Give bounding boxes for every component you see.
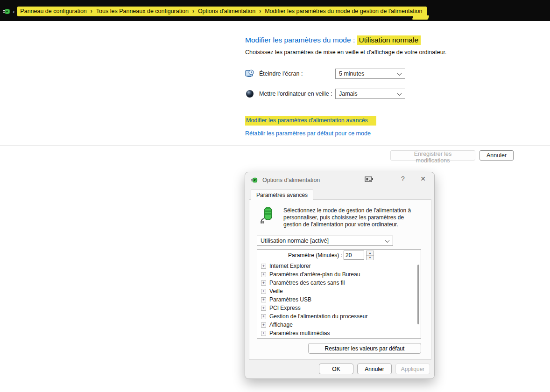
- turn-off-display-label: Éteindre l'écran :: [259, 70, 335, 77]
- minutes-stepper: ▲ ▼: [366, 251, 374, 260]
- expand-plus-icon[interactable]: +: [261, 297, 266, 302]
- expand-plus-icon[interactable]: +: [261, 306, 266, 311]
- advanced-power-settings-link[interactable]: Modifier les paramètres d'alimentation a…: [245, 116, 376, 126]
- turn-off-display-select[interactable]: 5 minutes: [335, 69, 405, 79]
- expand-plus-icon[interactable]: +: [261, 322, 266, 328]
- page-divider: [0, 145, 550, 146]
- sleep-select[interactable]: Jamais: [335, 89, 405, 99]
- cancel-button[interactable]: Annuler: [479, 150, 514, 161]
- tree-item-label: Affichage: [269, 322, 293, 328]
- battery-plug-icon: [260, 206, 275, 224]
- expand-plus-icon[interactable]: +: [261, 272, 266, 277]
- page-title-text: Modifier les paramètres du mode: [245, 36, 351, 44]
- turn-off-display-value: 5 minutes: [339, 70, 364, 77]
- page-subtitle: Choisissez les paramètres de mise en vei…: [245, 49, 447, 56]
- tree-item-wireless-adapters[interactable]: + Paramètres des cartes sans fil: [257, 279, 421, 287]
- sleep-value: Jamais: [339, 91, 358, 97]
- breadcrumb-item-power-options[interactable]: Options d'alimentation: [198, 8, 255, 14]
- breadcrumb-item-control-panel[interactable]: Panneau de configuration: [20, 8, 86, 14]
- ok-button[interactable]: OK: [319, 364, 353, 374]
- tree-item-pci-express[interactable]: + PCI Express: [257, 304, 421, 312]
- dialog-footer: OK Annuler Appliquer: [245, 364, 434, 374]
- settings-tree: + Internet Explorer + Paramètres d'arriè…: [257, 262, 421, 337]
- chevron-down-icon: [397, 71, 402, 76]
- plan-select-value: Utilisation normale [activé]: [261, 238, 329, 244]
- screen-clock-icon: [245, 69, 254, 78]
- breadcrumb-bar: › Panneau de configuration › Tous les Pa…: [0, 0, 550, 21]
- dialog-title: Options d'alimentation: [262, 177, 320, 183]
- tree-item-label: Gestion de l'alimentation du processeur: [269, 313, 367, 320]
- expand-plus-icon[interactable]: +: [261, 264, 266, 269]
- dialog-cancel-button[interactable]: Annuler: [357, 364, 392, 374]
- page-title-separator: :: [351, 36, 357, 44]
- expand-plus-icon[interactable]: +: [261, 331, 266, 336]
- breadcrumb-item-all-panels[interactable]: Tous les Panneaux de configuration: [96, 8, 189, 14]
- tree-item-label: Internet Explorer: [269, 263, 311, 269]
- plan-select[interactable]: Utilisation normale [activé]: [257, 236, 393, 246]
- nav-chevron: ›: [13, 8, 14, 15]
- setting-minutes-input[interactable]: [344, 251, 364, 260]
- tree-item-multimedia-settings[interactable]: + Paramètres multimédias: [257, 329, 421, 337]
- help-button[interactable]: ?: [398, 175, 408, 182]
- tree-item-processor-power[interactable]: + Gestion de l'alimentation du processeu…: [257, 312, 421, 321]
- dialog-titlebar[interactable]: Options d'alimentation ? ✕: [245, 172, 434, 188]
- listbox-scrollbar[interactable]: [417, 265, 419, 324]
- stepper-up-icon[interactable]: ▲: [367, 251, 374, 255]
- tree-item-sleep[interactable]: + Veille: [257, 287, 421, 295]
- expand-plus-icon[interactable]: +: [261, 314, 266, 319]
- breadcrumb-highlight: Panneau de configuration › Tous les Pann…: [17, 7, 427, 16]
- expand-plus-icon[interactable]: +: [261, 280, 266, 286]
- tree-item-desktop-background[interactable]: + Paramètres d'arrière-plan du Bureau: [257, 270, 421, 279]
- setting-editor-row: Paramètre (Minutes) : ▲ ▼: [257, 250, 421, 260]
- expand-plus-icon[interactable]: +: [261, 289, 266, 294]
- chevron-down-icon: [385, 238, 390, 243]
- setting-editor-label: Paramètre (Minutes) :: [257, 252, 342, 259]
- tree-item-usb-settings[interactable]: + Paramètres USB: [257, 295, 421, 304]
- restore-defaults-link[interactable]: Rétablir les paramètres par défaut pour …: [245, 130, 371, 137]
- tree-item-label: Paramètres des cartes sans fil: [269, 280, 345, 286]
- dialog-description: Sélectionnez le mode de gestion de l'ali…: [283, 207, 423, 228]
- close-icon[interactable]: ✕: [417, 175, 429, 182]
- breadcrumb-item-edit-plan[interactable]: Modifier les paramètres du mode de gesti…: [265, 8, 422, 14]
- apply-button[interactable]: Appliquer: [395, 364, 430, 374]
- advanced-settings-tabpage: Sélectionnez le mode de gestion de l'ali…: [249, 199, 431, 360]
- turn-off-display-row: Éteindre l'écran : 5 minutes: [245, 69, 405, 79]
- save-changes-button[interactable]: Enregistrer les modifications: [390, 150, 475, 161]
- tree-item-label: Paramètres d'arrière-plan du Bureau: [269, 271, 360, 278]
- stepper-down-icon[interactable]: ▼: [367, 255, 374, 260]
- settings-listbox: Paramètre (Minutes) : ▲ ▼ + Internet Exp…: [257, 249, 421, 339]
- breadcrumb-separator: ›: [259, 8, 261, 14]
- highlighter-tail: [412, 15, 430, 20]
- sleep-moon-icon: [245, 89, 254, 98]
- tree-item-internet-explorer[interactable]: + Internet Explorer: [257, 262, 421, 270]
- dialog-description-block: Sélectionnez le mode de gestion de l'ali…: [260, 206, 423, 228]
- breadcrumb-separator: ›: [91, 8, 92, 14]
- current-plan-name: Utilisation normale: [357, 35, 421, 45]
- sleep-row: Mettre l'ordinateur en veille : Jamais: [245, 89, 405, 99]
- tree-item-label: PCI Express: [269, 305, 301, 311]
- battery-indicator-icon: [365, 176, 374, 182]
- tree-item-label: Veille: [269, 288, 283, 294]
- plan-combo: Utilisation normale [activé]: [257, 236, 393, 246]
- chevron-down-icon: [397, 91, 402, 96]
- power-options-icon: [251, 176, 258, 184]
- power-options-icon: [3, 7, 11, 15]
- tree-item-label: Paramètres USB: [269, 296, 311, 303]
- tab-advanced-settings[interactable]: Paramètres avancés: [251, 189, 313, 200]
- breadcrumb-separator: ›: [192, 8, 194, 14]
- page-actions: Enregistrer les modifications Annuler: [390, 150, 514, 161]
- tree-item-label: Paramètres multimédias: [269, 330, 330, 336]
- power-options-dialog: Options d'alimentation ? ✕ Paramètres av…: [245, 172, 435, 379]
- page-title: Modifier les paramètres du mode : Utilis…: [245, 36, 421, 44]
- sleep-label: Mettre l'ordinateur en veille :: [259, 91, 335, 97]
- tree-item-display[interactable]: + Affichage: [257, 321, 421, 329]
- restore-defaults-button[interactable]: Restaurer les valeurs par défaut: [308, 343, 421, 354]
